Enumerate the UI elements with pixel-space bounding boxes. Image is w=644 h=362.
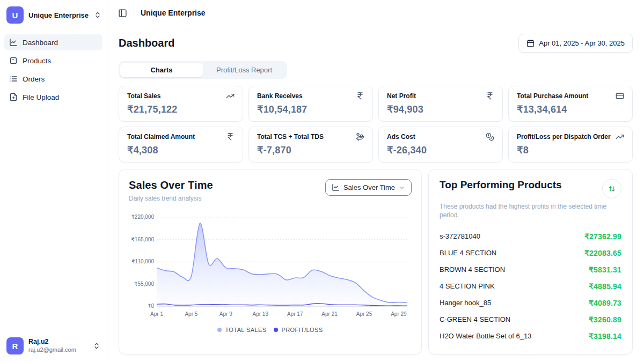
product-row: s-372781040 ₹27362.99 bbox=[440, 228, 621, 245]
chart-line-icon bbox=[332, 183, 340, 191]
chart-legend: TOTAL SALESPROFIT/LOSS bbox=[129, 327, 412, 333]
stat-title: Total TCS + Total TDS bbox=[257, 133, 324, 141]
stat-card-profit-per-dispatch: Profit/Loss per Dispatch Order ₹8 bbox=[508, 127, 633, 162]
stat-title: Profit/Loss per Dispatch Order bbox=[517, 133, 611, 141]
svg-text:Apr 1: Apr 1 bbox=[150, 311, 163, 317]
legend-item[interactable]: PROFIT/LOSS bbox=[274, 327, 323, 333]
user-name: Raj.u2 bbox=[28, 338, 88, 346]
metric-select-label: Sales Over Time bbox=[343, 183, 395, 191]
svg-text:Apr 9: Apr 9 bbox=[219, 311, 232, 317]
products-list: s-372781040 ₹27362.99 BLUE 4 SECTION ₹22… bbox=[440, 228, 621, 344]
app-root: U Unique Enterprise Dashboard Products bbox=[0, 0, 644, 362]
product-row: BROWN 4 SECTION ₹5831.31 bbox=[440, 261, 621, 278]
sales-chart-svg: ₹0₹55,000₹110,000₹165,000₹220,000Apr 1Ap… bbox=[129, 210, 413, 320]
sales-chart: ₹0₹55,000₹110,000₹165,000₹220,000Apr 1Ap… bbox=[129, 210, 412, 322]
org-switcher[interactable]: U Unique Enterprise bbox=[0, 0, 107, 31]
user-email: raj.u2@gmail.com bbox=[28, 346, 88, 354]
sidebar-spacer bbox=[0, 108, 107, 332]
product-value: ₹3198.14 bbox=[589, 332, 621, 341]
org-logo: U bbox=[6, 6, 24, 24]
svg-text:Apr 25: Apr 25 bbox=[356, 311, 372, 317]
indian-rupee-icon bbox=[486, 92, 494, 100]
sort-button[interactable] bbox=[602, 179, 621, 198]
calendar-icon bbox=[526, 39, 535, 47]
tab-charts[interactable]: Charts bbox=[120, 63, 203, 77]
metric-select-button[interactable]: Sales Over Time bbox=[325, 179, 412, 196]
products-title: Top Performing Products bbox=[440, 179, 562, 191]
arrow-up-down-icon bbox=[608, 184, 616, 193]
chevrons-up-down-icon bbox=[94, 11, 101, 19]
sidebar: U Unique Enterprise Dashboard Products bbox=[0, 0, 107, 362]
svg-text:Apr 17: Apr 17 bbox=[287, 311, 303, 317]
product-row: 4 SECTION PINK ₹4885.94 bbox=[440, 278, 621, 294]
svg-text:₹220,000: ₹220,000 bbox=[131, 214, 154, 220]
sales-over-time-panel: Sales Over Time Daily sales trend analys… bbox=[119, 169, 422, 354]
legend-label: TOTAL SALES bbox=[225, 327, 266, 333]
user-menu[interactable]: R Raj.u2 raj.u2@gmail.com bbox=[0, 332, 107, 362]
svg-text:₹110,000: ₹110,000 bbox=[131, 258, 154, 264]
content: Dashboard Apr 01, 2025 - Apr 30, 2025 Ch… bbox=[107, 26, 644, 362]
stat-card-ads-cost: Ads Cost ₹-26,340 bbox=[378, 127, 503, 162]
sidebar-item-label: Dashboard bbox=[23, 39, 58, 47]
trending-up-icon bbox=[616, 132, 624, 141]
page-head: Dashboard Apr 01, 2025 - Apr 30, 2025 bbox=[119, 34, 633, 53]
sidebar-item-products[interactable]: Products bbox=[4, 53, 103, 69]
chart-line-icon bbox=[9, 38, 18, 47]
date-range-button[interactable]: Apr 01, 2025 - Apr 30, 2025 bbox=[518, 34, 633, 53]
stat-card-total-purchase-amount: Total Purchase Amount ₹13,34,614 bbox=[508, 86, 633, 122]
stat-card-net-profit: Net Profit ₹94,903 bbox=[378, 86, 503, 122]
topbar-title: Unique Enterprise bbox=[141, 9, 206, 17]
page-title: Dashboard bbox=[119, 37, 174, 49]
stat-value: ₹4,308 bbox=[127, 144, 235, 156]
legend-label: PROFIT/LOSS bbox=[281, 327, 323, 333]
product-name: s-372781040 bbox=[440, 232, 480, 240]
sidebar-item-label: Products bbox=[23, 57, 51, 65]
org-name: Unique Enterprise bbox=[28, 11, 89, 19]
product-value: ₹4885.94 bbox=[589, 282, 621, 291]
product-name: BROWN 4 SECTION bbox=[440, 265, 505, 274]
stat-title: Total Claimed Amount bbox=[127, 133, 195, 141]
stat-value: ₹10,54,187 bbox=[257, 104, 364, 115]
panels: Sales Over Time Daily sales trend analys… bbox=[119, 169, 633, 354]
product-name: C-GREEN 4 SECTION bbox=[440, 315, 510, 323]
chart-subtitle: Daily sales trend analysis bbox=[129, 195, 213, 202]
product-row: C-GREEN 4 SECTION ₹3260.89 bbox=[440, 311, 621, 328]
sidebar-item-orders[interactable]: Orders bbox=[4, 71, 103, 87]
sidebar-item-dashboard[interactable]: Dashboard bbox=[4, 34, 103, 50]
sidebar-toggle-icon[interactable] bbox=[118, 9, 127, 18]
legend-dot bbox=[217, 328, 222, 332]
credit-card-icon bbox=[616, 92, 624, 100]
product-value: ₹3260.89 bbox=[589, 315, 621, 324]
chart-title: Sales Over Time bbox=[129, 179, 213, 191]
sidebar-item-file-upload[interactable]: File Upload bbox=[4, 89, 103, 105]
stat-value: ₹21,75,122 bbox=[127, 104, 235, 115]
product-name: Hanger hook_85 bbox=[440, 299, 491, 307]
product-name: H2O Water Bottle Set of 6_13 bbox=[440, 332, 532, 340]
svg-text:₹165,000: ₹165,000 bbox=[131, 237, 154, 242]
stat-card-total-sales: Total Sales ₹21,75,122 bbox=[119, 86, 243, 122]
main: Unique Enterprise Dashboard Apr 01, 2025… bbox=[107, 0, 644, 362]
legend-item[interactable]: TOTAL SALES bbox=[217, 327, 266, 333]
product-value: ₹27362.99 bbox=[584, 232, 621, 241]
svg-text:Apr 21: Apr 21 bbox=[321, 311, 338, 317]
stat-card-tcs-tds: Total TCS + Total TDS ₹-7,870 bbox=[248, 127, 373, 162]
stat-value: ₹-26,340 bbox=[387, 144, 494, 156]
stat-card-bank-receives: Bank Receives ₹10,54,187 bbox=[248, 86, 373, 122]
stat-value: ₹8 bbox=[517, 144, 624, 156]
user-avatar: R bbox=[6, 337, 24, 354]
legend-dot bbox=[274, 328, 278, 332]
stat-title: Total Sales bbox=[127, 92, 160, 100]
stat-card-total-claimed-amount: Total Claimed Amount ₹4,308 bbox=[119, 127, 243, 162]
coins-icon bbox=[486, 132, 494, 141]
chevrons-up-down-icon bbox=[93, 342, 100, 350]
svg-text:Apr 13: Apr 13 bbox=[253, 311, 269, 317]
tab-profit-loss-report[interactable]: Profit/Loss Report bbox=[203, 63, 286, 77]
indian-rupee-icon bbox=[356, 92, 364, 100]
package-icon bbox=[9, 56, 18, 65]
chevron-down-icon bbox=[399, 184, 405, 191]
hand-coins-icon bbox=[356, 132, 364, 141]
product-value: ₹4089.73 bbox=[589, 299, 621, 307]
stat-title: Total Purchase Amount bbox=[517, 92, 588, 100]
stat-value: ₹13,34,614 bbox=[517, 104, 624, 115]
indian-rupee-icon bbox=[226, 132, 235, 141]
